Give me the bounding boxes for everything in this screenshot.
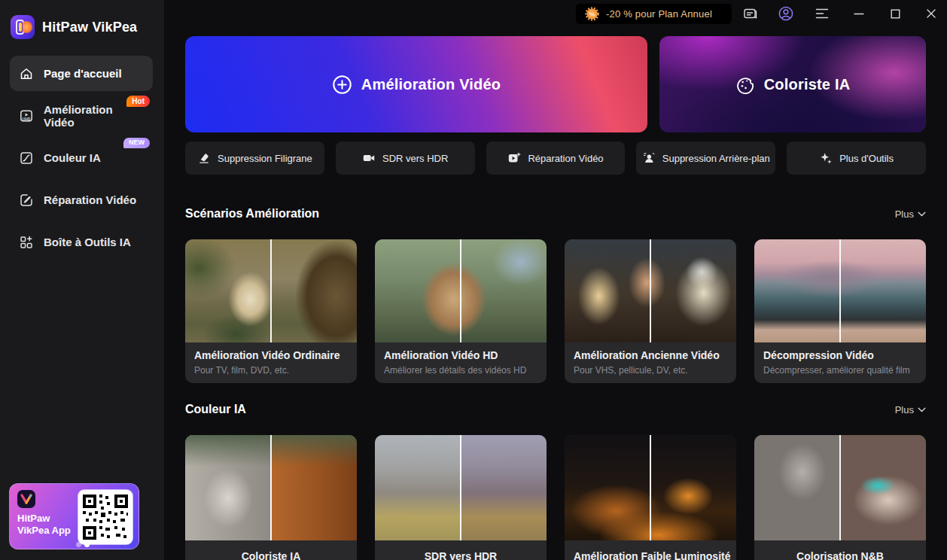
watermark-eraser-icon bbox=[197, 151, 211, 165]
color-card-sdr-hdr[interactable]: SDR vers HDR bbox=[375, 435, 547, 560]
tool-label: Suppression Filigrane bbox=[218, 153, 312, 164]
svg-text:UHD: UHD bbox=[23, 117, 31, 120]
before-after-preview bbox=[185, 435, 357, 540]
card-subtitle: Pour VHS, pellicule, DV, etc. bbox=[574, 365, 727, 376]
feedback-button[interactable] bbox=[738, 3, 761, 24]
hot-badge: Hot bbox=[126, 96, 150, 107]
account-button[interactable] bbox=[775, 3, 797, 24]
tool-more-tools[interactable]: Plus d'Outils bbox=[787, 142, 926, 175]
maximize-icon bbox=[890, 8, 901, 20]
tool-watermark-remover[interactable]: Suppression Filigrane bbox=[185, 142, 324, 175]
before-after-preview bbox=[565, 239, 736, 342]
sidebar: HitPaw VikPea Page d'accueil UHD Amélior… bbox=[0, 0, 164, 560]
app-logo-row: HitPaw VikPea bbox=[0, 0, 164, 39]
scenario-card-decompress[interactable]: Décompression Vidéo Décompresser, amélio… bbox=[754, 239, 926, 383]
card-title: Amélioration Vidéo HD bbox=[384, 349, 537, 361]
tool-video-repair[interactable]: Réparation Vidéo bbox=[486, 142, 626, 175]
banner-label: Coloriste IA bbox=[764, 76, 851, 93]
menu-icon bbox=[815, 8, 830, 20]
discount-badge-icon: % bbox=[585, 7, 599, 21]
card-title: SDR vers HDR bbox=[384, 550, 537, 560]
more-link-scenarios[interactable]: Plus bbox=[895, 208, 926, 220]
before-after-preview bbox=[565, 435, 736, 540]
ai-colorist-banner[interactable]: Coloriste IA bbox=[659, 36, 926, 132]
compare-divider bbox=[839, 435, 841, 540]
before-after-preview bbox=[375, 435, 547, 540]
qr-code bbox=[78, 490, 132, 544]
carousel-dot-active[interactable] bbox=[84, 542, 90, 547]
sidebar-item-home[interactable]: Page d'accueil bbox=[10, 56, 153, 91]
close-button[interactable] bbox=[920, 3, 942, 24]
new-badge: NEW bbox=[123, 138, 150, 148]
tool-label: SDR vers HDR bbox=[382, 153, 448, 164]
app-title: HitPaw VikPea bbox=[42, 20, 137, 35]
mobile-app-qr-card[interactable]: HitPaw VikPea App bbox=[9, 483, 139, 549]
tool-background-remover[interactable]: Suppression Arrière-plan bbox=[636, 142, 775, 175]
chevron-down-icon bbox=[918, 212, 926, 217]
tool-label: Plus d'Outils bbox=[839, 153, 894, 164]
sidebar-item-video-enhance[interactable]: UHD Amélioration Vidéo Hot bbox=[10, 98, 153, 133]
user-icon bbox=[778, 5, 794, 22]
before-after-preview bbox=[375, 239, 547, 342]
color-card-bw-colorization[interactable]: Colorisation N&B bbox=[754, 435, 926, 560]
menu-button[interactable] bbox=[811, 3, 833, 24]
chevron-down-icon bbox=[918, 407, 926, 412]
scenario-card-ordinary[interactable]: Amélioration Vidéo Ordinaire Pour TV, fi… bbox=[185, 239, 357, 383]
sidebar-item-label: Couleur IA bbox=[44, 151, 101, 164]
app-logo-icon bbox=[11, 15, 35, 39]
sidebar-item-color-ai[interactable]: Couleur IA NEW bbox=[10, 140, 153, 175]
card-title: Amélioration Ancienne Vidéo bbox=[574, 349, 727, 361]
card-title: Colorisation N&B bbox=[763, 550, 917, 560]
card-subtitle: Améliorer les détails des vidéos HD bbox=[384, 365, 537, 376]
promo-banner[interactable]: % -20 % pour Plan Annuel bbox=[576, 4, 732, 24]
color-card-low-light[interactable]: Amélioration Faible Luminosité bbox=[565, 435, 736, 560]
card-title: Amélioration Faible Luminosité bbox=[574, 550, 727, 560]
tool-sdr-to-hdr[interactable]: SDR vers HDR bbox=[336, 142, 475, 175]
vikpea-app-icon bbox=[17, 490, 35, 508]
minimize-button[interactable] bbox=[848, 3, 870, 24]
more-link-color-ai[interactable]: Plus bbox=[895, 404, 926, 415]
sidebar-item-video-repair[interactable]: Réparation Vidéo bbox=[10, 182, 153, 218]
scenario-card-hd[interactable]: Amélioration Vidéo HD Améliorer les déta… bbox=[375, 239, 547, 383]
compare-divider bbox=[839, 239, 841, 342]
sidebar-item-label: Réparation Vidéo bbox=[44, 193, 136, 206]
video-enhance-banner[interactable]: Amélioration Vidéo bbox=[185, 36, 647, 132]
video-camera-icon bbox=[362, 151, 376, 165]
compare-divider bbox=[650, 435, 651, 540]
svg-text:%: % bbox=[589, 11, 595, 18]
compare-divider bbox=[270, 239, 272, 342]
sidebar-item-toolbox[interactable]: Boîte à Outils IA bbox=[10, 224, 153, 260]
compare-divider bbox=[460, 239, 461, 342]
chat-icon bbox=[742, 6, 758, 22]
card-title: Amélioration Vidéo Ordinaire bbox=[194, 349, 348, 361]
card-title: Décompression Vidéo bbox=[763, 349, 917, 361]
home-icon bbox=[19, 66, 34, 81]
toolbox-grid-icon bbox=[19, 235, 34, 250]
before-after-preview bbox=[754, 435, 926, 540]
promo-text: -20 % pour Plan Annuel bbox=[606, 8, 712, 20]
card-title: Coloriste IA bbox=[194, 550, 348, 560]
before-after-preview bbox=[754, 239, 926, 342]
palette-icon bbox=[735, 75, 755, 94]
color-card-colorist[interactable]: Coloriste IA bbox=[185, 435, 357, 560]
banner-label: Amélioration Vidéo bbox=[361, 76, 501, 93]
card-subtitle: Décompresser, améliorer qualité film bbox=[763, 365, 917, 376]
compare-divider bbox=[270, 435, 272, 540]
repair-pen-icon bbox=[19, 193, 34, 208]
section-title-scenarios: Scénarios Amélioration bbox=[185, 207, 319, 221]
plus-circle-icon bbox=[332, 75, 352, 95]
minimize-icon bbox=[853, 8, 865, 20]
sparkles-icon bbox=[819, 151, 833, 165]
scenario-card-old-video[interactable]: Amélioration Ancienne Vidéo Pour VHS, pe… bbox=[565, 239, 736, 383]
card-subtitle: Pour TV, film, DVD, etc. bbox=[194, 365, 348, 376]
before-after-preview bbox=[185, 239, 357, 342]
sidebar-item-label: Page d'accueil bbox=[44, 67, 122, 80]
section-title-color-ai: Couleur IA bbox=[185, 403, 246, 416]
tool-label: Suppression Arrière-plan bbox=[662, 153, 770, 164]
tone-curve-icon bbox=[19, 151, 34, 166]
video-plus-icon bbox=[507, 151, 521, 165]
maximize-button[interactable] bbox=[884, 3, 906, 24]
video-enhance-uhd-icon: UHD bbox=[19, 108, 34, 123]
carousel-dot[interactable] bbox=[76, 542, 81, 547]
carousel-dots[interactable] bbox=[76, 542, 90, 547]
